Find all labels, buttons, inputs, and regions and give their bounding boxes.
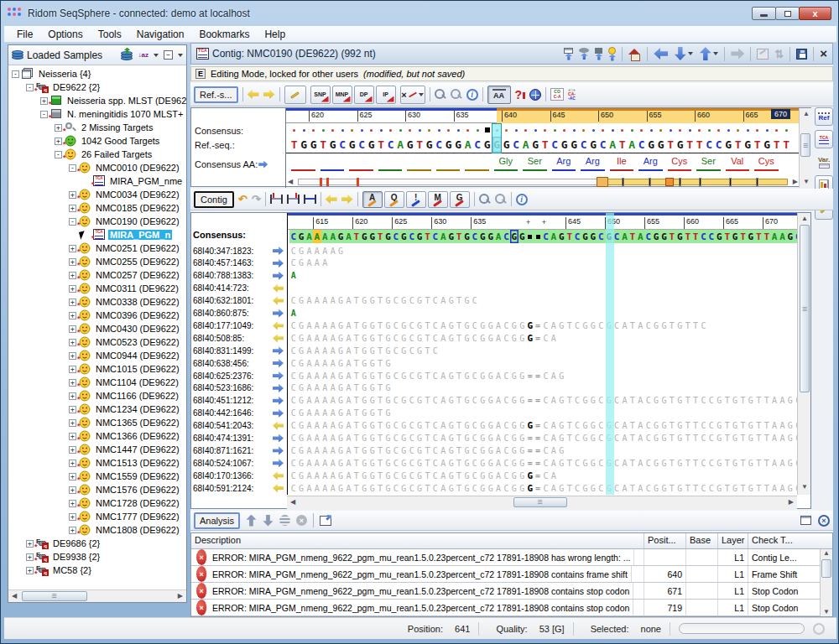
clear-variants-icon[interactable]: × [400,86,425,104]
save-icon[interactable] [796,49,807,60]
expand-icon[interactable]: + [26,567,34,574]
variants-button[interactable]: Var. [815,153,833,171]
tree-item-mira-pgm-nme[interactable]: TCA*MIRA_PGM_nme [8,174,186,188]
read-row[interactable]: CGAAAAGATGGTGCGCGTC [288,345,797,356]
snp-variant-button[interactable]: SNP [310,86,331,104]
menu-navigation[interactable]: Navigation [129,27,192,42]
expand-icon[interactable]: + [69,205,76,212]
scroll-up-icon[interactable]: ▲ [803,110,810,117]
read-label[interactable]: 68I40:177:1049: [193,319,285,331]
analysis-row[interactable]: ×ERROR: MIRA_PGM_nmeng_9622_pgm_mu_rean1… [191,600,832,616]
expand-icon[interactable]: + [69,460,76,467]
aa-view-button[interactable]: AA [487,86,511,104]
sort-dropdown-icon[interactable] [154,54,159,57]
tree-item-nmc0523-de9622[interactable]: +*NMC0523 (DE9622) [8,335,186,349]
tree-item-nmc0034-de9622[interactable]: +*NMC0034 (DE9622) [8,188,186,201]
tool-a-button[interactable]: A [362,191,383,208]
tree-item-nmc0338-de9622[interactable]: +*NMC0338 (DE9622) [8,295,186,309]
next-disc-icon[interactable] [341,195,353,205]
collapse-all-icon[interactable]: − [164,50,173,60]
tree-item-nmc1104-de9622[interactable]: +*NMC1104 (DE9622) [8,376,186,389]
mnp-variant-button[interactable]: MNP [332,86,352,104]
tree-item-mc58-2[interactable]: +Eq*MC58 {2} [8,564,186,577]
tree-item-nmc0185-de9622[interactable]: +*NMC0185 (DE9622) [8,201,186,215]
tool-q-button[interactable]: Q [384,191,404,208]
assign-table-icon[interactable] [564,48,573,60]
assign-sample-icon[interactable] [608,47,616,61]
undo-icon[interactable]: ↶ [238,194,248,205]
sort-icon[interactable]: ↓az [138,51,149,59]
menu-tools[interactable]: Tools [91,27,129,42]
expand-icon[interactable]: + [69,513,76,521]
analysis-row[interactable]: ×ERROR: MIRA_PGM_nmeng_9622_pgm_mu_rean1… [191,583,832,600]
read-label[interactable]: 68I40:638:456: [193,357,285,369]
ip-variant-button[interactable]: IP [376,86,396,104]
tree-item-nmc1447-de9622[interactable]: +*NMC1447 (DE9622) [8,443,186,456]
expand-icon[interactable]: + [69,486,76,494]
tree-item-nmc0010-de9622[interactable]: -*NMC0010 (DE9622) [8,161,186,174]
trim-right-icon[interactable] [287,195,300,204]
expand-icon[interactable]: + [69,258,76,266]
prev-disc-icon[interactable] [326,195,337,205]
read-label[interactable]: 68I40:508:85: [193,332,285,344]
reference-sequence-area[interactable]: 620625630635640645650655660665670 TGGTGC… [285,108,799,188]
menu-bookmarks[interactable]: Bookmarks [191,27,257,42]
contig-consensus-row[interactable]: CGAAAAGATGGTGCGCGTCAGTGCGGACGGCAGTCGGCGC… [288,230,797,243]
menu-file[interactable]: File [9,27,40,42]
move-down-icon[interactable] [263,515,274,527]
reference-sequence-row[interactable]: TGGTGCGCGTCAGTGCGGACGGGCAGTCGGCGCATACGGT… [286,137,799,153]
assign-target-icon[interactable] [595,48,602,60]
scroll-down-icon[interactable]: ▼ [801,483,808,491]
ref-seq-button[interactable]: Ref.-s... [194,86,238,103]
tree-item-nmc1777-de9622[interactable]: +*NMC1777 (DE9622) [8,510,186,523]
zoom-out-icon[interactable] [451,89,462,101]
highlighter-icon[interactable] [284,86,306,104]
scroll-right-icon[interactable]: ▶ [789,498,794,506]
expand-icon[interactable]: + [55,124,62,132]
expand-icon[interactable]: + [69,272,76,279]
tree-item-nmc1513-de9622[interactable]: +*NMC1513 (DE9622) [8,456,186,470]
expand-icon[interactable]: + [69,406,76,413]
analysis-table-header[interactable]: DescriptionPosit...BaseLayerCheck T... [191,533,832,549]
expand-icon[interactable]: + [69,245,76,252]
read-row[interactable]: CGAAA [288,257,797,269]
tree-item-1042-good-targets[interactable]: +*1042 Good Targets [8,134,186,148]
import-samples-icon[interactable] [121,49,133,61]
analysis-vscrollbar[interactable]: ▲ ▼ [820,549,832,617]
expand-icon[interactable]: + [69,419,76,427]
scroll-up-icon[interactable]: ▲ [823,549,830,557]
expand-icon[interactable]: + [69,352,76,360]
read-label[interactable]: 68I40:451:1212: [193,395,285,407]
expand-icon[interactable]: + [69,312,76,319]
tree-item-nmc1559-de9622[interactable]: +*NMC1559 (DE9622) [8,470,186,483]
collapse-icon[interactable]: - [12,70,19,78]
read-row[interactable]: CGAAAAGATGGTGCGCGTCAGTGCGGACGG==CAGTCGGC… [288,457,797,469]
scroll-down-icon[interactable]: ▼ [823,608,830,615]
tree-item-de9938-2[interactable]: +Eq*DE9938 {2} [8,550,186,564]
scroll-right-icon[interactable]: ▶ [178,592,183,600]
minimap-left-icon[interactable]: ◀ [288,178,293,185]
read-row[interactable]: CGAAAAGATGGTGCGCGTCAGTGCGGACGGG=CAGTCGGC… [288,482,797,494]
read-row[interactable]: CGAAAAG [288,245,797,257]
read-label[interactable]: 68I40:788:1383: [193,270,285,282]
tool-m-button[interactable]: M [428,191,448,208]
title-bar[interactable]: Ridom SeqSphere - connected: demo at loc… [1,1,838,26]
back-icon[interactable] [654,48,668,60]
read-label[interactable]: 68I40:831:1499: [193,345,285,356]
alignment-area[interactable]: 615620625630635++645650655660665670675 C… [287,213,797,495]
menu-options[interactable]: Options [40,27,90,42]
tree-item-nmc1015-de9622[interactable]: +*NMC1015 (DE9622) [8,362,186,376]
read-row[interactable]: CGAAAAGATGGTG [288,408,797,419]
tree-item-nmc1234-de9622[interactable]: +*NMC1234 (DE9622) [8,402,186,416]
read-row[interactable]: CGAAAAGATGGTGCGCGTCAGTGCGGACGGG=CA [288,470,797,481]
read-label[interactable]: 68I40:170:1366: [193,470,285,481]
expand-icon[interactable]: + [26,553,34,561]
tree-item-nmc1366-de9622[interactable]: +*NMC1366 (DE9622) [8,429,186,443]
tree-item-de9622-2[interactable]: -Eq*DE9622 {2} [8,80,186,94]
read-row[interactable]: A [288,270,797,282]
prev-variant-icon[interactable] [248,90,259,100]
collapse-icon[interactable]: - [26,84,34,91]
contig-zoom-out-icon[interactable] [495,194,507,205]
scroll-left-icon[interactable]: ◀ [12,592,17,600]
scroll-down-icon[interactable]: ▼ [803,178,810,185]
